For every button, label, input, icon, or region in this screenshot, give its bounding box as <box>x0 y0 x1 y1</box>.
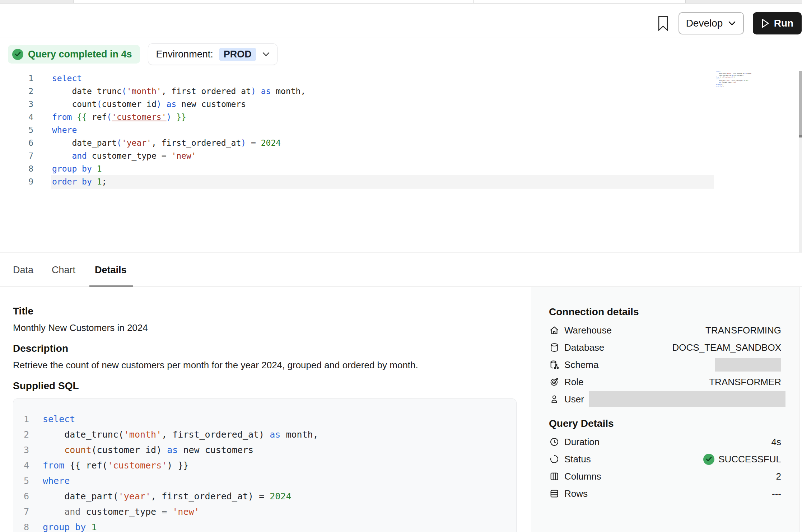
line-number: 4 <box>0 111 33 123</box>
query-details-heading: Query Details <box>549 418 614 429</box>
description-heading: Description <box>13 343 68 354</box>
code-text: from {{ ref('customers') }} <box>29 458 188 473</box>
redacted-value <box>715 358 781 372</box>
code-line: 8group by 1 <box>13 519 318 532</box>
code-text: date_trunc('month', first_ordered_at) as… <box>29 427 318 442</box>
title-heading: Title <box>13 305 33 317</box>
details-side-panel: Connection details WarehouseTRANSFORMING… <box>531 287 799 532</box>
line-number: 3 <box>13 442 29 458</box>
tab-details[interactable]: Details <box>95 265 127 276</box>
row-label: Duration <box>564 437 600 448</box>
tabstrip-divider <box>473 0 474 3</box>
line-number: 7 <box>0 149 33 162</box>
code-line: 2 date_trunc('month', first_ordered_at) … <box>13 427 318 442</box>
play-icon <box>761 18 770 28</box>
redacted-value <box>589 391 785 407</box>
code-text: group by 1 <box>33 162 102 175</box>
query-details-row-columns: Columns2 <box>549 468 781 485</box>
develop-button[interactable]: Develop <box>679 12 744 34</box>
code-text: count(customer_id) as new_customers <box>29 442 253 458</box>
rows-icon <box>549 488 560 499</box>
supplied-sql-code: 1select2 date_trunc('month', first_order… <box>13 411 318 532</box>
tabstrip-divider <box>685 0 686 3</box>
sql-editor[interactable]: 1select2 date_trunc('month', first_order… <box>0 72 799 188</box>
row-label: User <box>564 394 584 405</box>
environment-label: Environment: <box>156 49 213 60</box>
code-text: select <box>33 72 82 85</box>
connection-row-role: RoleTRANSFORMER <box>549 373 781 391</box>
code-text: select <box>716 71 721 73</box>
environment-selector[interactable]: Environment: PROD <box>148 43 278 65</box>
code-line: 1select <box>13 411 318 427</box>
line-number: 7 <box>13 504 29 519</box>
title-value: Monthly New Customers in 2024 <box>13 322 148 333</box>
line-number: 8 <box>13 519 29 532</box>
row-label: Columns <box>564 471 601 482</box>
connection-row-schema: Schema <box>549 356 781 373</box>
run-button[interactable]: Run <box>753 12 802 34</box>
code-text: from {{ ref('customers') }} <box>33 111 186 123</box>
run-button-label: Run <box>774 18 793 29</box>
tab-data[interactable]: Data <box>13 265 33 276</box>
supplied-sql-heading: Supplied SQL <box>13 380 79 392</box>
editor-scrollbar[interactable] <box>799 71 802 265</box>
line-number: 1 <box>0 72 33 85</box>
code-line: 6 date_part('year', first_ordered_at) = … <box>13 489 318 504</box>
row-value: TRANSFORMING <box>705 325 781 336</box>
code-line: 4from {{ ref('customers') }} <box>13 458 318 473</box>
query-details-row-status: StatusSUCCESSFUL <box>549 451 781 468</box>
row-value: 4s <box>771 437 781 448</box>
code-text: select <box>29 411 75 427</box>
row-label: Status <box>564 454 591 465</box>
success-check-icon <box>703 454 714 465</box>
query-status-row: Query completed in 4s Environment: PROD <box>8 43 278 65</box>
tab-chart[interactable]: Chart <box>52 265 75 276</box>
bookmark-icon[interactable] <box>658 16 668 31</box>
code-text: order by 1; <box>33 175 107 188</box>
warehouse-icon <box>549 325 560 336</box>
role-icon <box>549 377 560 387</box>
code-text: and customer_type = 'new' <box>29 504 200 519</box>
results-tabbar: Data Chart Details <box>0 252 802 287</box>
line-number: 4 <box>13 458 29 473</box>
row-value <box>589 391 785 407</box>
schema-icon <box>549 359 560 370</box>
tabstrip-segment <box>73 0 685 3</box>
database-icon <box>549 342 560 353</box>
code-line: 7 and customer_type = 'new' <box>0 149 799 162</box>
code-text: date_part('year', first_ordered_at) = 20… <box>33 136 281 149</box>
line-number: 5 <box>13 473 29 489</box>
active-tab-underline <box>89 285 133 287</box>
line-number: 3 <box>0 98 33 111</box>
status-icon <box>549 454 560 465</box>
code-line: 7 and customer_type = 'new' <box>13 504 318 519</box>
code-text: date_part('year', first_ordered_at) = 20… <box>29 489 291 504</box>
code-line: order by 1; <box>716 85 722 87</box>
code-text: where <box>33 123 77 136</box>
query-status-text: Query completed in 4s <box>28 49 132 60</box>
code-text: and customer_type = 'new' <box>33 149 196 162</box>
row-value: SUCCESSFUL <box>703 454 781 465</box>
code-text: date_trunc('month', first_ordered_at) as… <box>716 73 752 74</box>
query-details-row-duration: Duration4s <box>549 433 781 451</box>
top-toolbar: Develop Run <box>0 4 802 37</box>
line-number: 2 <box>13 427 29 442</box>
code-text: date_trunc('month', first_ordered_at) as… <box>33 85 306 98</box>
editor-minimap[interactable]: select date_trunc('month', first_ordered… <box>716 71 755 88</box>
code-line: 1select <box>0 72 799 85</box>
row-value: --- <box>772 488 781 499</box>
row-label: Role <box>564 377 583 388</box>
supplied-sql-card: 1select2 date_trunc('month', first_order… <box>13 398 517 532</box>
line-number: 2 <box>0 85 33 98</box>
line-number: 6 <box>0 136 33 149</box>
line-number: 8 <box>0 162 33 175</box>
connection-row-warehouse: WarehouseTRANSFORMING <box>549 322 781 339</box>
editor-scrollbar-thumb[interactable] <box>799 71 802 136</box>
code-line: 9order by 1; <box>0 175 799 188</box>
row-label: Rows <box>564 488 588 499</box>
user-icon <box>549 394 560 405</box>
code-line: 3 count(customer_id) as new_customers <box>13 442 318 458</box>
check-circle-icon <box>12 49 23 60</box>
code-text: count(customer_id) as new_customers <box>716 75 743 76</box>
code-text: where <box>716 78 720 80</box>
